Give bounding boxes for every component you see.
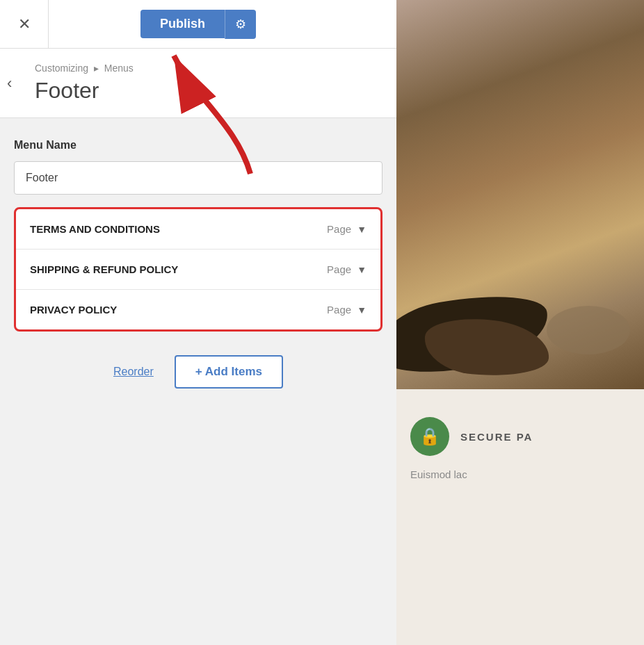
- menu-item-privacy-type: Page: [327, 304, 351, 316]
- photo-area: [396, 0, 644, 389]
- settings-button[interactable]: ⚙: [225, 10, 256, 39]
- menu-item-terms-dropdown-icon[interactable]: ▼: [357, 224, 367, 235]
- menu-item-shipping-label: SHIPPING & REFUND POLICY: [30, 262, 178, 277]
- menu-item-privacy-right: Page ▼: [327, 304, 367, 316]
- top-header: ✕ Publish ⚙: [0, 0, 396, 49]
- menu-item-terms-label: TERMS AND CONDITIONS: [30, 222, 160, 236]
- secure-payment-text: SECURE PA: [460, 431, 533, 443]
- menu-item-shipping-right: Page ▼: [327, 263, 367, 275]
- add-items-button[interactable]: + Add Items: [175, 355, 283, 389]
- paw-shape-3: [547, 306, 630, 354]
- menu-name-input[interactable]: [14, 161, 383, 195]
- breadcrumb-parent: Customizing: [35, 63, 88, 74]
- close-button[interactable]: ✕: [0, 0, 49, 49]
- content-area: Menu Name TERMS AND CONDITIONS Page ▼ SH…: [0, 118, 396, 645]
- secure-row: 🔒 SECURE PA: [410, 417, 533, 456]
- breadcrumb: Customizing ▸ Menus: [35, 63, 383, 74]
- secure-payment-area: 🔒 SECURE PA Euismod lac: [396, 389, 644, 645]
- menu-item-shipping[interactable]: SHIPPING & REFUND POLICY Page ▼: [16, 250, 380, 290]
- menu-item-shipping-dropdown-icon[interactable]: ▼: [357, 264, 367, 275]
- back-button[interactable]: ‹: [7, 74, 12, 92]
- menu-item-privacy-label: PRIVACY POLICY: [30, 302, 117, 317]
- publish-button[interactable]: Publish: [140, 10, 225, 38]
- breadcrumb-separator: ▸: [94, 63, 99, 74]
- reorder-link[interactable]: Reorder: [113, 366, 154, 378]
- page-title: Footer: [35, 78, 383, 104]
- menu-item-shipping-type: Page: [327, 263, 351, 275]
- right-panel: 🔒 SECURE PA Euismod lac: [396, 0, 644, 645]
- menu-item-terms-type: Page: [327, 223, 351, 235]
- menu-item-terms-right: Page ▼: [327, 223, 367, 235]
- menu-name-label: Menu Name: [14, 139, 383, 152]
- left-panel: ✕ Publish ⚙ ‹ Customizing ▸ Menus Footer…: [0, 0, 396, 645]
- lock-icon-circle: 🔒: [410, 417, 449, 456]
- menu-item-privacy[interactable]: PRIVACY POLICY Page ▼: [16, 290, 380, 329]
- breadcrumb-current: Menus: [104, 63, 134, 74]
- breadcrumb-section: ‹ Customizing ▸ Menus Footer: [0, 49, 396, 118]
- menu-items-box: TERMS AND CONDITIONS Page ▼ SHIPPING & R…: [14, 207, 383, 332]
- secure-title: SECURE PA: [460, 431, 533, 443]
- menu-item-terms[interactable]: TERMS AND CONDITIONS Page ▼: [16, 209, 380, 250]
- bottom-actions: Reorder + Add Items: [14, 348, 383, 395]
- header-actions: Publish ⚙: [140, 10, 256, 39]
- menu-item-privacy-dropdown-icon[interactable]: ▼: [357, 304, 367, 316]
- secure-payment-description: Euismod lac: [410, 468, 467, 480]
- lock-icon: 🔒: [419, 427, 440, 446]
